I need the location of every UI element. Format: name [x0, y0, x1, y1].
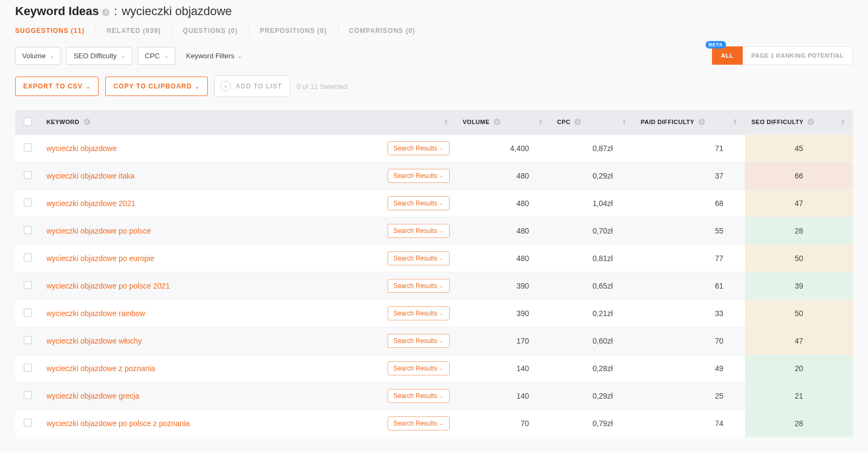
paid-difficulty-cell: 25: [634, 382, 745, 410]
tab-item[interactable]: QUESTIONS (0): [183, 25, 238, 37]
keyword-link[interactable]: wycieczki objazdowe grecja: [46, 392, 139, 400]
seo-difficulty-cell: 21: [745, 382, 853, 410]
seo-difficulty-filter[interactable]: SEO Difficulty ⌄: [66, 47, 132, 65]
search-results-button[interactable]: Search Results ⌄: [388, 141, 450, 155]
cpc-cell: 0,79zł: [551, 410, 634, 437]
volume-filter[interactable]: Volume ⌄: [15, 47, 61, 65]
keyword-filters-link[interactable]: Keyword Filters ⌄: [186, 52, 242, 60]
row-checkbox[interactable]: [24, 391, 32, 399]
col-seo[interactable]: SEO DIFFICULTY ? ▲▼: [745, 110, 853, 135]
search-results-button[interactable]: Search Results ⌄: [388, 196, 450, 210]
tab-item[interactable]: COMPARISONS (0): [349, 25, 416, 37]
plus-icon: +: [220, 81, 231, 92]
row-checkbox[interactable]: [24, 171, 32, 179]
seo-difficulty-filter-label: SEO Difficulty: [73, 52, 117, 60]
chevron-down-icon: ⌄: [50, 53, 54, 59]
help-icon[interactable]: ?: [574, 119, 581, 125]
col-keyword[interactable]: KEYWORD ? ▲▼: [40, 110, 456, 135]
keyword-link[interactable]: wycieczki objazdowe rainbow: [46, 309, 145, 318]
row-checkbox[interactable]: [24, 254, 32, 262]
col-volume[interactable]: VOLUME ? ▲▼: [456, 110, 551, 135]
export-csv-button[interactable]: EXPORT TO CSV ⌄: [15, 77, 99, 96]
search-results-button[interactable]: Search Results ⌄: [388, 279, 450, 293]
paid-difficulty-cell: 61: [634, 272, 745, 300]
cpc-cell: 0,21zł: [551, 300, 634, 327]
help-icon[interactable]: ?: [102, 9, 110, 16]
row-checkbox[interactable]: [24, 226, 32, 234]
help-icon[interactable]: ?: [699, 119, 705, 125]
row-checkbox[interactable]: [24, 198, 32, 207]
chevron-down-icon: ⌄: [439, 146, 444, 151]
keyword-link[interactable]: wycieczki objazdowe po polsce 2021: [46, 282, 170, 290]
search-results-label: Search Results: [394, 282, 437, 290]
row-checkbox[interactable]: [24, 281, 32, 289]
tab-separator: [338, 26, 338, 36]
keyword-link[interactable]: wycieczki objazdowe po europie: [46, 254, 154, 263]
row-checkbox[interactable]: [24, 336, 32, 344]
keyword-link[interactable]: wycieczki objazdowe z poznania: [46, 364, 155, 373]
volume-cell: 140: [456, 382, 551, 410]
sort-icon[interactable]: ▲▼: [444, 119, 449, 125]
keyword-filters-label: Keyword Filters: [186, 52, 235, 60]
search-results-button[interactable]: Search Results ⌄: [388, 306, 450, 320]
seo-difficulty-cell: 47: [745, 190, 853, 217]
sort-icon[interactable]: ▲▼: [841, 119, 845, 125]
search-results-button[interactable]: Search Results ⌄: [388, 334, 450, 348]
chevron-down-icon: ⌄: [86, 84, 91, 90]
volume-cell: 480: [456, 162, 551, 190]
toggle-all[interactable]: ALL: [712, 46, 743, 65]
chevron-down-icon: ⌄: [439, 228, 444, 234]
search-results-label: Search Results: [394, 145, 437, 152]
search-results-label: Search Results: [394, 200, 437, 207]
seo-difficulty-cell: 50: [745, 300, 853, 327]
search-results-button[interactable]: Search Results ⌄: [388, 169, 450, 183]
cpc-cell: 0,60zł: [551, 327, 634, 355]
filter-group: Volume ⌄ SEO Difficulty ⌄ CPC ⌄ Keyword …: [15, 47, 242, 65]
seo-difficulty-cell: 39: [745, 272, 853, 300]
tabs-nav: SUGGESTIONS (11)RELATED (838)QUESTIONS (…: [15, 25, 853, 37]
toggle-ranking-potential[interactable]: PAGE 1 RANKING POTENTIAL: [743, 46, 853, 65]
volume-cell: 140: [456, 355, 551, 382]
tab-item[interactable]: SUGGESTIONS (11): [15, 25, 85, 37]
help-icon[interactable]: ?: [84, 119, 90, 125]
keyword-link[interactable]: wycieczki objazdowe po polsce: [46, 227, 151, 235]
paid-difficulty-cell: 71: [634, 135, 745, 162]
keyword-link[interactable]: wycieczki objazdowe itaka: [46, 172, 134, 180]
search-results-button[interactable]: Search Results ⌄: [388, 361, 450, 375]
search-results-button[interactable]: Search Results ⌄: [388, 224, 450, 238]
search-results-button[interactable]: Search Results ⌄: [388, 416, 450, 430]
help-icon[interactable]: ?: [494, 119, 500, 125]
chevron-down-icon: ⌄: [439, 311, 444, 316]
copy-clipboard-button[interactable]: COPY TO CLIPBOARD ⌄: [105, 77, 208, 96]
table-row: wycieczki objazdowe po polsce Search Res…: [15, 217, 853, 245]
help-icon[interactable]: ?: [808, 119, 814, 125]
sort-icon[interactable]: ▲▼: [622, 119, 627, 125]
col-cpc[interactable]: CPC ? ▲▼: [551, 110, 634, 135]
search-results-button[interactable]: Search Results ⌄: [388, 389, 450, 403]
cpc-filter[interactable]: CPC ⌄: [138, 47, 175, 65]
keyword-link[interactable]: wycieczki objazdowe włochy: [46, 337, 142, 345]
row-checkbox[interactable]: [24, 364, 32, 372]
page-title: Keyword Ideas: [15, 4, 99, 18]
cpc-cell: 0,87zł: [551, 135, 634, 162]
add-to-list-button[interactable]: + ADD TO LIST: [214, 76, 290, 97]
tab-separator: [96, 26, 96, 36]
search-results-label: Search Results: [394, 420, 437, 427]
search-results-label: Search Results: [394, 227, 437, 235]
page-title-row: Keyword Ideas ? : wycieczki objazdowe: [15, 4, 853, 18]
col-paid[interactable]: PAID DIFFICULTY ? ▲▼: [634, 110, 745, 135]
row-checkbox[interactable]: [24, 309, 32, 317]
sort-icon[interactable]: ▲▼: [733, 119, 737, 125]
search-results-button[interactable]: Search Results ⌄: [388, 251, 450, 265]
sort-icon[interactable]: ▲▼: [539, 119, 543, 125]
row-checkbox[interactable]: [24, 419, 32, 427]
row-checkbox[interactable]: [24, 143, 32, 152]
volume-cell: 170: [456, 327, 551, 355]
tab-item[interactable]: PREPOSITIONS (0): [260, 25, 327, 37]
keyword-link[interactable]: wycieczki objazdowe po polsce z poznania: [46, 419, 189, 428]
table-row: wycieczki objazdowe włochy Search Result…: [15, 327, 853, 355]
keyword-link[interactable]: wycieczki objazdowe: [46, 144, 117, 153]
keyword-link[interactable]: wycieczki objazdowe 2021: [46, 199, 135, 208]
select-all-checkbox[interactable]: [24, 118, 32, 126]
tab-item[interactable]: RELATED (838): [107, 25, 161, 37]
